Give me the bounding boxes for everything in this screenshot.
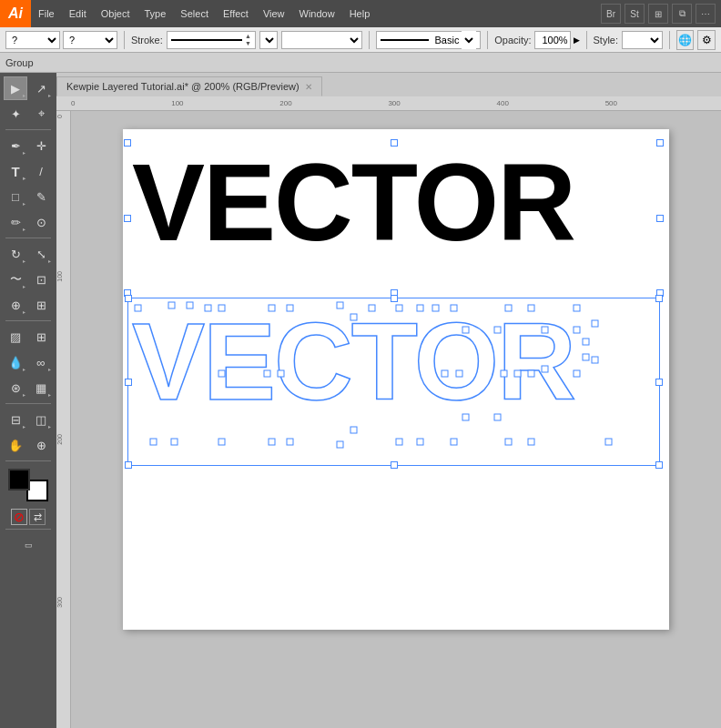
basic-dropdown[interactable]: ▼ — [462, 31, 476, 49]
blob-brush-tool[interactable]: ⊙ — [29, 210, 53, 234]
handle-mid-right-top[interactable] — [656, 215, 664, 222]
group-bar-label: Group — [5, 57, 34, 68]
handle-bot-center-bot[interactable] — [391, 461, 398, 469]
handle-mid-left-top[interactable] — [124, 215, 131, 222]
graph-tool[interactable]: ▦▸ — [29, 376, 53, 399]
document-tab[interactable]: Kewpie Layered Tutorial.ai* @ 200% (RGB/… — [56, 76, 322, 96]
question-select-group: ? ? — [5, 31, 117, 49]
direct-selection-tool[interactable]: ↗▸ — [29, 76, 53, 100]
opacity-input[interactable] — [534, 31, 571, 49]
question-select-2[interactable]: ? — [63, 31, 117, 49]
tab-title: Kewpie Layered Tutorial.ai* @ 200% (RGB/… — [66, 81, 300, 92]
vertical-ruler: 0 100 200 300 — [56, 111, 71, 728]
divider-3 — [487, 31, 488, 49]
menu-select[interactable]: Select — [173, 0, 216, 27]
handle-top-left-bot[interactable] — [125, 295, 132, 302]
rect-row: □▸ ✎ — [4, 185, 53, 208]
menu-type[interactable]: Type — [137, 0, 174, 27]
slice-row: ⊟▸ ◫▸ — [4, 408, 53, 431]
style-preset-select[interactable] — [281, 31, 362, 49]
sep5 — [5, 460, 51, 461]
property-icon[interactable]: ⋯ — [696, 4, 716, 24]
vector-text-solid: VECTOR — [132, 147, 574, 257]
handle-top-right-top[interactable] — [656, 139, 664, 147]
pen-tool[interactable]: ✒▸ — [4, 134, 27, 157]
selection-tools-row: ▶▸ ↗▸ — [4, 76, 53, 100]
divider-2 — [369, 31, 370, 49]
menu-view[interactable]: View — [256, 0, 292, 27]
symbol-sprayer-tool[interactable]: ⊛▸ — [4, 376, 27, 399]
menu-effect[interactable]: Effect — [216, 0, 256, 27]
lasso-tool[interactable]: ⌖ — [29, 102, 53, 126]
ruler-tick-200: 200 — [279, 99, 291, 107]
menu-object[interactable]: Object — [94, 0, 137, 27]
ruler-tick-500: 500 — [605, 99, 617, 107]
style-select[interactable] — [622, 31, 663, 49]
opacity-label: Opacity: — [494, 35, 531, 46]
draw-mode-row: ▭ — [16, 533, 40, 557]
tab-bar: Kewpie Layered Tutorial.ai* @ 200% (RGB/… — [56, 73, 721, 96]
canvas-area: Kewpie Layered Tutorial.ai* @ 200% (RGB/… — [56, 73, 721, 728]
type-tool[interactable]: T▸ — [4, 159, 27, 183]
handle-mid-left-bot[interactable] — [125, 379, 132, 386]
settings-icon[interactable]: ⚙ — [697, 30, 716, 50]
pencil-row: ✏▸ ⊙ — [4, 210, 53, 234]
workspace-icon[interactable]: ⊞ — [648, 4, 668, 24]
free-transform-tool[interactable]: ⊡ — [29, 268, 53, 291]
rectangle-tool[interactable]: □▸ — [4, 185, 27, 208]
swap-colors-btn[interactable]: ⇄ — [29, 509, 46, 525]
foreground-color-box[interactable] — [8, 469, 30, 490]
gradient-row: ▨ ⊞ — [4, 325, 53, 349]
eraser-tool[interactable]: ◫▸ — [29, 408, 53, 431]
rotate-tool[interactable]: ↻▸ — [4, 242, 27, 266]
handle-top-right-bot[interactable] — [655, 295, 663, 302]
pencil-tool[interactable]: ✏▸ — [4, 210, 27, 234]
question-select-1[interactable]: ? — [5, 31, 60, 49]
stock-icon[interactable]: St — [625, 4, 645, 24]
opacity-arrows[interactable]: ▶ — [574, 35, 580, 45]
stroke-box: ▲ ▼ — [167, 31, 256, 49]
blend-tool[interactable]: ∞▸ — [29, 350, 53, 374]
ruler-tick-400: 400 — [497, 99, 509, 107]
tab-close-btn[interactable]: ✕ — [305, 82, 312, 92]
ruler-tick-100: 100 — [171, 99, 183, 107]
perspective-tool[interactable]: ⊞ — [29, 293, 53, 317]
selection-tool[interactable]: ▶▸ — [4, 76, 27, 100]
line-tool[interactable]: / — [29, 159, 53, 183]
handle-mid-right-bot[interactable] — [655, 379, 663, 386]
handle-top-left-top[interactable] — [124, 139, 131, 147]
stroke-arrows[interactable]: ▲ ▼ — [245, 33, 251, 47]
menu-window[interactable]: Window — [292, 0, 342, 27]
paintbrush-tool[interactable]: ✎ — [29, 185, 53, 208]
stroke-dropdown[interactable]: ▼ — [259, 31, 278, 49]
magic-wand-tool[interactable]: ✦ — [4, 102, 27, 126]
slice-tool[interactable]: ⊟▸ — [4, 408, 27, 431]
eyedropper-tool[interactable]: 💧▸ — [4, 350, 27, 374]
none-color-btn[interactable]: ⊘ — [11, 509, 27, 525]
rotate-row: ↻▸ ⤡▸ — [4, 242, 53, 266]
color-boxes — [8, 469, 48, 501]
shape-builder-tool[interactable]: ⊕▸ — [4, 293, 27, 317]
artboard: VECTOR VECTOR — [123, 129, 669, 630]
arrange-icon[interactable]: ⧉ — [672, 4, 692, 24]
menu-edit[interactable]: Edit — [62, 0, 94, 27]
gradient-tool[interactable]: ▨ — [4, 325, 27, 349]
bridge-icon[interactable]: Br — [601, 4, 621, 24]
symbol-row: ⊛▸ ▦▸ — [4, 376, 53, 399]
globe-button[interactable]: 🌐 — [676, 30, 695, 50]
mesh-tool[interactable]: ⊞ — [29, 325, 53, 349]
horizontal-ruler: 0 100 200 300 400 500 — [56, 96, 721, 111]
group-bar: Group — [0, 53, 721, 73]
menu-help[interactable]: Help — [342, 0, 378, 27]
handle-bot-left-bot[interactable] — [125, 461, 132, 469]
handle-bot-right-bot[interactable] — [655, 461, 663, 469]
menu-file[interactable]: File — [31, 0, 62, 27]
draw-normal-btn[interactable]: ▭ — [16, 533, 40, 557]
hand-tool[interactable]: ✋ — [4, 433, 27, 457]
zoom-tool[interactable]: ⊕ — [29, 433, 53, 457]
stroke-preview — [171, 39, 242, 41]
warp-row: 〜▸ ⊡ — [4, 268, 53, 291]
add-anchor-tool[interactable]: ✛ — [29, 134, 53, 157]
warp-tool[interactable]: 〜▸ — [4, 268, 27, 291]
scale-tool[interactable]: ⤡▸ — [29, 242, 53, 266]
